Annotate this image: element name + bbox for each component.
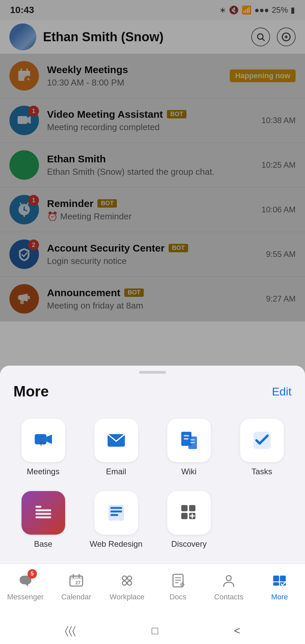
tasks-label: Tasks [252, 467, 272, 476]
svg-point-66 [226, 576, 231, 581]
email-label: Email [106, 467, 126, 476]
app-grid-row2: Base Web Redesign [0, 484, 305, 564]
messenger-badge: 5 [28, 569, 37, 579]
svg-rect-53 [70, 576, 83, 579]
workplace-label: Workplace [110, 593, 145, 601]
sheet-title: More [13, 383, 49, 400]
docs-icon [168, 571, 188, 591]
web-redesign-icon-wrap [94, 491, 138, 535]
nav-item-calendar[interactable]: 27 Calendar [51, 569, 101, 601]
back-button-system[interactable]: 〈〈〈 [65, 625, 76, 637]
workplace-icon [117, 571, 137, 591]
bottom-sheet: More Edit Meetings [0, 366, 305, 644]
svg-rect-46 [181, 505, 187, 512]
svg-point-60 [128, 581, 132, 585]
more-nav-icon [269, 571, 290, 591]
contacts-label: Contacts [214, 593, 244, 601]
wiki-label: Wiki [181, 467, 197, 476]
discovery-label: Discovery [171, 539, 207, 549]
sheet-handle [139, 371, 166, 374]
meetings-label: Meetings [27, 467, 59, 476]
messenger-label: Messenger [7, 593, 44, 601]
svg-rect-44 [110, 511, 122, 513]
nav-item-docs[interactable]: Docs [152, 569, 203, 601]
edit-button[interactable]: Edit [272, 385, 292, 398]
nav-item-contacts[interactable]: Contacts [203, 569, 254, 601]
svg-rect-68 [280, 576, 286, 582]
app-item-wiki[interactable]: Wiki [152, 412, 225, 484]
meetings-icon-wrap [21, 419, 65, 462]
svg-rect-41 [35, 517, 51, 519]
system-nav: 〈〈〈 □ < [0, 617, 305, 644]
app-item-discovery[interactable]: Discovery [152, 484, 225, 557]
email-icon-wrap [94, 419, 138, 462]
svg-marker-29 [46, 435, 52, 444]
app-item-base[interactable]: Base [7, 484, 80, 557]
tasks-icon-wrap [240, 419, 284, 462]
nav-item-workplace[interactable]: Workplace [102, 569, 152, 601]
svg-rect-45 [110, 514, 118, 516]
svg-point-58 [128, 576, 132, 580]
svg-rect-36 [190, 442, 195, 443]
svg-rect-43 [110, 507, 122, 509]
svg-point-57 [123, 576, 127, 580]
calendar-icon: 27 [66, 571, 86, 591]
svg-rect-33 [183, 438, 189, 440]
svg-point-59 [123, 581, 127, 585]
svg-rect-32 [183, 435, 189, 437]
app-item-tasks[interactable]: Tasks [225, 412, 298, 484]
more-label: More [271, 593, 288, 601]
svg-text:27: 27 [75, 580, 81, 585]
svg-rect-39 [35, 509, 51, 512]
svg-rect-38 [35, 506, 41, 508]
bottom-nav: 5 Messenger 27 Calendar [0, 564, 305, 617]
discovery-icon-wrap [167, 491, 211, 535]
contacts-icon [219, 571, 239, 591]
recents-button-system[interactable]: < [234, 625, 240, 637]
svg-rect-40 [35, 513, 51, 515]
nav-item-messenger[interactable]: 5 Messenger [0, 569, 51, 601]
svg-rect-47 [189, 505, 195, 512]
svg-rect-48 [181, 513, 187, 519]
base-icon-wrap [21, 491, 65, 535]
wiki-icon-wrap [167, 419, 211, 462]
base-label: Base [34, 539, 52, 549]
svg-rect-67 [273, 576, 279, 582]
app-item-email[interactable]: Email [80, 412, 152, 484]
home-button-system[interactable]: □ [151, 625, 158, 637]
app-empty [225, 484, 298, 557]
nav-item-more[interactable]: More [254, 569, 305, 601]
svg-rect-69 [273, 582, 279, 586]
app-item-web-redesign[interactable]: Web Redesign [80, 484, 152, 557]
calendar-label: Calendar [61, 593, 91, 601]
svg-rect-35 [190, 439, 195, 441]
app-item-meetings[interactable]: Meetings [7, 412, 80, 484]
web-redesign-label: Web Redesign [90, 539, 142, 549]
sheet-header: More Edit [0, 374, 305, 405]
messenger-icon: 5 [15, 571, 36, 591]
app-grid-row1: Meetings Email [0, 405, 305, 484]
docs-label: Docs [170, 593, 186, 601]
